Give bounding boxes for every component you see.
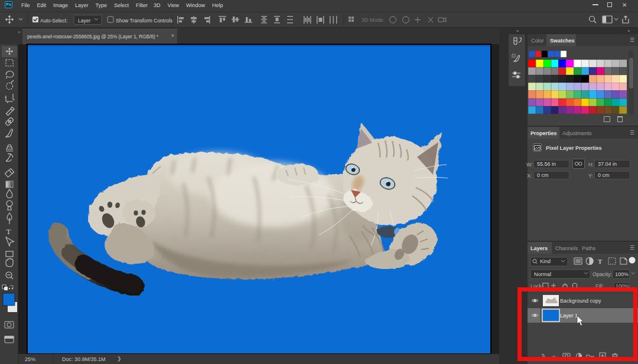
svg-text:Kind: Kind: [540, 258, 551, 264]
svg-text:Normal: Normal: [534, 271, 551, 277]
svg-text:T: T: [6, 227, 11, 236]
svg-text:Opacity:: Opacity:: [593, 271, 612, 277]
svg-text:T: T: [598, 258, 603, 265]
svg-text:100%: 100%: [615, 271, 629, 277]
svg-text:3D Mode:: 3D Mode:: [362, 17, 385, 23]
